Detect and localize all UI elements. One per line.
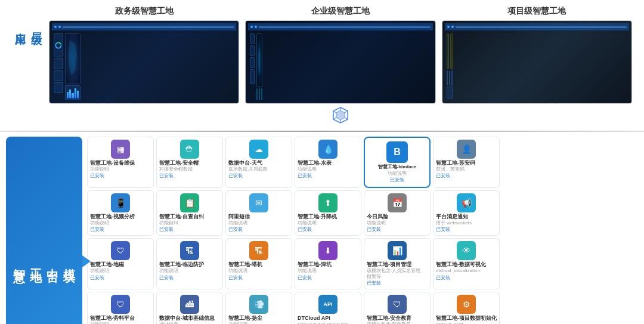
arrow-right-icon [82,255,91,267]
module-icon-char-18: 👁 [462,246,470,255]
gov-screenshot [49,20,239,104]
bimface-icon-box: B [386,141,408,163]
module-card-24[interactable]: ⚙ 智慧工地-项目数据初始化 dtcloud_conf 已安装 [433,292,500,324]
ent-bottom-charts [256,88,263,100]
module-card-8[interactable]: 📋 智慧工地-自查自纠 功能自纠 已安装 [156,190,223,236]
module-desc-24: dtcloud_conf [436,322,463,324]
module-info-2: 智慧工地-安全帽 对接安全帽数据 已安装 [159,160,220,185]
module-card-4[interactable]: 💧 智慧工地-水表 功能说明 已安装 [295,137,361,188]
module-card-15[interactable]: 🏗 智慧工地-塔机 功能说明 已安装 [225,238,292,289]
gov-left-panel [54,33,63,100]
module-card-bimface[interactable]: B 智慧工地-bimface 功能说明 已安装 [364,137,431,188]
module-info-21: 智慧工地-扬尘 功能说明 已安装 [228,315,289,324]
ent-bc-1 [256,88,258,100]
module-icon-8: 📋 [180,193,199,212]
module-status-16: 已安装 [298,274,312,281]
module-status-13: 已安装 [90,274,104,281]
enterprise-screenshot [245,20,435,104]
module-desc-23: 该模块包含:安全教育 [367,322,411,324]
gov-title: 政务级智慧工地 [115,6,174,17]
module-info-9: 阿里短信 功能说明 已安装 [228,214,289,233]
module-icon-19: 🛡 [111,295,130,314]
main-divider [0,131,644,132]
bottom-label-text: 智慧工地中台模块 [11,259,78,264]
module-desc-17: 该模块包含:人员实名管理、报警等 [367,268,428,279]
gov-dot-1 [54,26,57,28]
module-info-3: 数据中台-天气 底层数据,共用权限 已安装 [228,160,289,185]
module-card-13[interactable]: 🛡 智慧工地-地磁 功能说明 已安装 [87,238,154,289]
module-info-19: 智慧工地-劳料平台 功能说明 已安装 [90,315,151,324]
gov-stat-3 [54,82,63,93]
proj-header-text [456,26,627,28]
module-icon-14: 🏗 [180,241,199,260]
module-icon-char-7: 📱 [116,198,126,208]
module-icon-char-21: 💨 [254,300,264,309]
module-info-13: 智慧工地-地磁 功能说明 已安装 [90,261,151,286]
module-desc-1: 功能说明 [90,166,109,172]
module-card-16[interactable]: ⬇ 智慧工地-深坑 功能说明 已安装 [295,238,361,289]
gov-dot-2 [58,26,61,28]
bimface-content: B 智慧工地-bimface 功能说明 已安装 [369,141,426,183]
module-status-4: 已安装 [298,172,312,179]
module-card-3[interactable]: ☁ 数据中台-天气 底层数据,共用权限 已安装 [225,137,292,188]
module-icon-char-11: 📅 [392,198,402,208]
module-name-23: 智慧工地-安全教育 [367,315,411,322]
module-desc-8: 功能自纠 [159,220,178,226]
module-status-1: 已安装 [90,172,104,179]
proj-camera-2 [450,33,453,69]
module-icon-char-4: 💧 [323,144,333,154]
gov-bar-2 [69,90,71,98]
module-info-16: 智慧工地-深坑 功能说明 已安装 [298,261,358,286]
module-card-20[interactable]: 🏙 数据中台-城市基础信息 城址信息 已安装 [156,292,223,324]
gov-stat-2 [54,70,63,81]
ent-3d-icon [332,106,349,126]
module-card-6[interactable]: 👤 智慧工地-苏安码 苏州、苏安码 已安装 [433,137,500,188]
module-name-21: 智慧工地-扬尘 [228,315,262,322]
module-icon-6: 👤 [457,140,476,159]
module-card-18[interactable]: 👁 智慧工地-数据可视化 dtcloud_visualization 已安装 [433,238,500,289]
module-card-1[interactable]: ▦ 智慧工地-设备维保 功能说明 已安装 [87,137,154,188]
module-icon-11: 📅 [388,193,407,212]
proj-chart [447,87,453,98]
module-card-19[interactable]: 🛡 智慧工地-劳料平台 功能说明 已安装 [87,292,154,324]
module-icon-20: 🏙 [180,295,199,314]
module-desc-7: 功能说明 [90,220,109,226]
module-card-12[interactable]: 📢 平台消息通知 用于 websockets 已安装 [433,190,500,236]
proj-camera-1 [447,33,450,69]
module-name-16: 智慧工地-深坑 [298,261,332,268]
module-icon-char-1: ▦ [117,144,125,154]
gov-stat-1 [54,58,63,69]
bimface-name: 智慧工地-bimface [378,163,417,170]
module-card-21[interactable]: 💨 智慧工地-扬尘 功能说明 已安装 [225,292,292,324]
module-card-10[interactable]: ⬆ 智慧工地-升降机 功能说明 已安装 [295,190,361,236]
module-card-23[interactable]: 🛡 智慧工地-安全教育 该模块包含:安全教育 已安装 [364,292,431,324]
module-card-9[interactable]: ✉ 阿里短信 功能说明 已安装 [225,190,292,236]
module-card-2[interactable]: ⛑ 智慧工地-安全帽 对接安全帽数据 已安装 [156,137,223,188]
module-name-7: 智慧工地-视频分析 [90,214,135,220]
bottom-section: 智慧工地中台模块 ▦ 智慧工地-设备维保 功能说明 已安装 ⛑ [0,137,644,324]
module-card-22[interactable]: API DTCloud API DTCloud API,REST API 已安装 [295,292,361,324]
module-desc-3: 底层数据,共用权限 [228,166,268,172]
ent-bc-3 [261,88,262,100]
ent-hexagon-svg [332,106,349,124]
module-status-17: 已安装 [367,280,381,286]
module-card-14[interactable]: 🏗 智慧工地-临边防护 功能说明 已安装 [156,238,223,289]
module-card-11[interactable]: 📅 今日风险 功能说明 已安装 [364,190,431,236]
module-info-4: 智慧工地-水表 功能说明 已安装 [298,160,358,185]
module-info-1: 智慧工地-设备维保 功能说明 已安装 [90,160,151,185]
module-icon-char-17: 📊 [392,246,402,255]
ent-stat-2 [250,45,254,56]
module-card-7[interactable]: 📱 智慧工地-视频分析 功能说明 已安装 [87,190,154,236]
bimface-status: 已安装 [390,177,404,183]
module-name-1: 智慧工地-设备维保 [90,160,135,166]
modules-grid: ▦ 智慧工地-设备维保 功能说明 已安装 ⛑ 智慧工地-安全帽 对接安全帽数据 … [87,137,638,324]
label-line-2: 层级 [28,24,44,29]
module-info-10: 智慧工地-升降机 功能说明 已安装 [298,214,358,233]
module-card-17[interactable]: 📊 智慧工地-项目管理 该模块包含:人员实名管理、报警等 已安装 [364,238,431,289]
gov-bar-5 [77,91,79,98]
module-info-18: 智慧工地-数据可视化 dtcloud_visualization 已安装 [436,261,497,286]
module-desc-18: dtcloud_visualization [436,268,480,274]
module-name-13: 智慧工地-地磁 [90,261,124,268]
gov-screen-body [52,32,82,102]
module-info-24: 智慧工地-项目数据初始化 dtcloud_conf 已安装 [436,315,497,324]
